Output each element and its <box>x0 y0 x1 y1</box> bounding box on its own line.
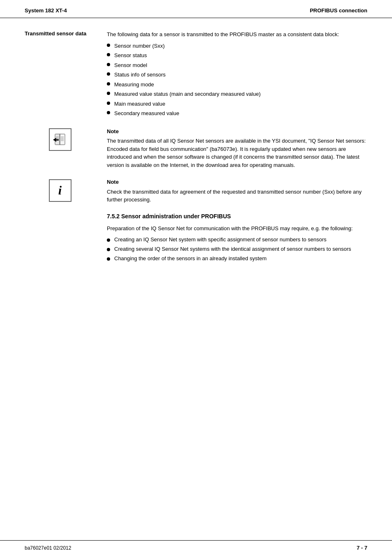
note2-title: Note <box>107 178 367 186</box>
note1-text: The transmitted data of all IQ Sensor Ne… <box>107 137 367 169</box>
list-item: Status info of sensors <box>107 71 367 79</box>
subsection-intro: Preparation of the IQ Sensor Net for com… <box>107 224 367 233</box>
bullet-text: Main measured value <box>114 100 165 108</box>
bullet-dot <box>107 238 110 242</box>
bullet-text: Creating an IQ Sensor Net system with sp… <box>114 236 327 243</box>
list-item: Sensor status <box>107 51 367 60</box>
list-item: Measuring mode <box>107 81 367 89</box>
subsection-bullet-list: Creating an IQ Sensor Net system with sp… <box>107 236 367 261</box>
list-item: Sensor model <box>107 61 367 69</box>
footer-left: ba76027e01 02/2012 <box>25 545 71 551</box>
list-item: Secondary measured value <box>107 109 367 118</box>
footer-right: 7 - 7 <box>357 545 367 551</box>
note2-text: Check the transmitted data for agreement… <box>107 188 367 204</box>
bullet-dot <box>107 53 110 56</box>
bullet-dot <box>107 44 110 47</box>
bullet-dot <box>107 63 110 66</box>
bullet-text: Sensor model <box>114 61 147 69</box>
list-item: Sensor number (Sxx) <box>107 42 367 50</box>
list-item: Changing the order of the sensors in an … <box>107 255 367 261</box>
bullet-dot <box>107 72 110 76</box>
bullet-dot <box>107 102 110 105</box>
bullet-dot <box>107 111 110 114</box>
subsection-heading: 7.5.2 Sensor administration under PROFIB… <box>107 213 367 220</box>
list-item: Measured value status (main and secondar… <box>107 90 367 98</box>
note-book-icon <box>48 127 72 152</box>
intro-text: The following data for a sensor is trans… <box>107 31 339 37</box>
bullet-dot <box>107 257 110 261</box>
bullet-dot <box>107 82 110 86</box>
bullet-text: Changing the order of the sensors in an … <box>114 255 267 261</box>
bullet-text: Creating several IQ Sensor Net systems w… <box>114 246 351 252</box>
bullet-text: Sensor status <box>114 51 147 60</box>
bullet-list: Sensor number (Sxx) Sensor status Sensor… <box>107 42 367 118</box>
section-label: Transmitted sensor data <box>25 30 86 37</box>
bullet-text: Sensor number (Sxx) <box>114 42 165 50</box>
header-left: System 182 XT-4 <box>25 7 67 14</box>
bullet-text: Measured value status (main and secondar… <box>114 90 261 98</box>
bullet-dot <box>107 92 110 95</box>
note-info-icon: i <box>48 178 72 203</box>
note1-title: Note <box>107 127 367 136</box>
header-right: PROFIBUS connection <box>310 7 367 14</box>
bullet-text: Measuring mode <box>114 81 154 89</box>
list-item: Main measured value <box>107 100 367 108</box>
bullet-text: Status info of sensors <box>114 71 166 79</box>
list-item: Creating several IQ Sensor Net systems w… <box>107 246 367 252</box>
bullet-text: Secondary measured value <box>114 109 179 118</box>
list-item: Creating an IQ Sensor Net system with sp… <box>107 236 367 243</box>
bullet-dot <box>107 248 110 251</box>
